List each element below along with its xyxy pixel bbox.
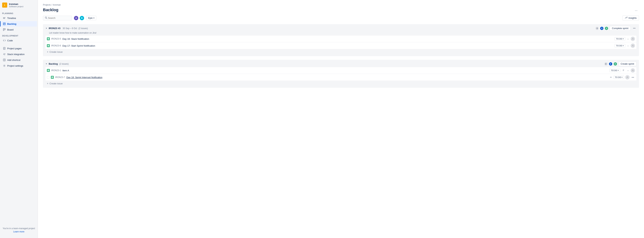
sprint-header: ▼ IRON23 #3 30 Sep – 6 Oct (2 issues) 0 … bbox=[46, 26, 636, 31]
sprint-issue-actions-1: TO DO ▾ – bbox=[614, 37, 635, 41]
header-more-button[interactable]: ... bbox=[633, 7, 639, 13]
add-shortcut-label: Add shortcut bbox=[7, 59, 20, 61]
backlog-issue-checkbox-2[interactable] bbox=[47, 76, 50, 79]
sidebar-item-backlog[interactable]: Backlog bbox=[1, 21, 37, 27]
backlog-issue-row-1[interactable]: IRON23-1 Item A TO DO ▾ – bbox=[46, 67, 636, 74]
insights-label: Insights bbox=[628, 17, 636, 19]
sprint-issue-assignee-1[interactable] bbox=[631, 37, 635, 41]
svg-line-26 bbox=[46, 18, 47, 19]
project-icon: I bbox=[2, 3, 7, 8]
svg-point-14 bbox=[4, 55, 5, 55]
backlog-issue-status-2[interactable]: TO DO ▾ bbox=[613, 76, 624, 79]
backlog-header: ▼ Backlog (2 issues) 0 0 0 Create sprint bbox=[46, 62, 636, 66]
sidebar-item-add-shortcut[interactable]: Add shortcut bbox=[1, 57, 37, 63]
sprint-issue-actions-2: TO DO ▾ – bbox=[614, 44, 635, 48]
avatar-user-2[interactable]: B bbox=[79, 16, 84, 21]
backlog-header-left: ▼ Backlog (2 issues) bbox=[46, 63, 69, 65]
project-type: Software project bbox=[9, 6, 23, 8]
backlog-issue-actions-2: TO DO ▾ ••• bbox=[613, 75, 635, 79]
epic-filter-button[interactable]: Epic ▾ bbox=[86, 16, 96, 20]
sprint-name: IRON23 #3 bbox=[49, 27, 60, 30]
epic-filter-label: Epic bbox=[88, 17, 93, 19]
breadcrumb: Projects / Ironman bbox=[43, 4, 639, 6]
sprint-section: ▼ IRON23 #3 30 Sep – 6 Oct (2 issues) 0 … bbox=[43, 24, 639, 56]
backlog-issue-status-1[interactable]: TO DO ▾ bbox=[609, 69, 620, 72]
board-label: Board bbox=[7, 28, 14, 31]
backlog-issue-summary-2[interactable]: Day 18: Sprint Interrupt Notfication bbox=[66, 76, 608, 79]
backlog-create-issue-label: Create issue bbox=[50, 82, 62, 85]
sprint-header-left: ▼ IRON23 #3 30 Sep – 6 Oct (2 issues) bbox=[46, 27, 88, 30]
backlog-issue-minus-1[interactable]: – bbox=[626, 69, 630, 72]
sprint-issue-status-1[interactable]: TO DO ▾ bbox=[614, 37, 626, 41]
sprint-todo-badge: 0 bbox=[596, 27, 599, 30]
sprint-issue-count: (2 issues) bbox=[78, 27, 88, 30]
pages-icon bbox=[3, 47, 6, 50]
sprint-issue-id-2: IRON23-6 bbox=[51, 45, 61, 47]
sprint-issue-row-1[interactable]: IRON23-5 Day 16: Slack Notification TO D… bbox=[46, 36, 636, 42]
insights-button[interactable]: Insights bbox=[622, 15, 639, 21]
edit-icon[interactable]: ✏ bbox=[610, 76, 612, 79]
sprint-collapse-toggle[interactable]: ▼ bbox=[46, 27, 47, 29]
board-icon bbox=[3, 28, 6, 31]
backlog-icon bbox=[3, 22, 6, 25]
backlog-issue-assign-1[interactable] bbox=[622, 69, 626, 72]
svg-rect-7 bbox=[3, 29, 4, 31]
sprint-issue-summary-1: Day 16: Slack Notification bbox=[62, 38, 613, 40]
sprint-issue-row-2[interactable]: IRON23-6 Day 17: Start Sprint Notificati… bbox=[46, 43, 636, 49]
breadcrumb-ironman[interactable]: Ironman bbox=[53, 4, 61, 6]
code-icon bbox=[3, 39, 6, 42]
timeline-label: Timeline bbox=[7, 17, 16, 20]
backlog-issue-assignee-1[interactable] bbox=[631, 68, 635, 73]
sprint-dates: 30 Sep – 6 Oct bbox=[62, 27, 77, 30]
avatar-user-1[interactable]: A bbox=[74, 16, 79, 21]
project-pages-label: Project pages bbox=[7, 47, 22, 50]
development-section-label: Development bbox=[0, 33, 38, 38]
avatar-group: A B bbox=[74, 16, 84, 21]
svg-point-13 bbox=[4, 53, 4, 54]
sprint-create-issue[interactable]: + Create issue bbox=[46, 49, 636, 54]
backlog-create-issue[interactable]: + Create issue bbox=[46, 81, 636, 86]
svg-rect-8 bbox=[4, 29, 6, 30]
svg-point-30 bbox=[632, 45, 633, 46]
sprint-issue-minus-1[interactable]: – bbox=[626, 37, 630, 41]
backlog-story-icon-2 bbox=[51, 76, 54, 79]
project-name: Ironman bbox=[9, 3, 23, 6]
backlog-collapse-toggle[interactable]: ▼ bbox=[46, 63, 47, 65]
sidebar-item-project-pages[interactable]: Project pages bbox=[1, 46, 37, 51]
learn-more-link[interactable]: Learn more bbox=[2, 230, 36, 233]
sprint-issue-status-2[interactable]: TO DO ▾ bbox=[614, 44, 626, 47]
story-icon-2 bbox=[47, 44, 50, 47]
svg-point-28 bbox=[632, 38, 633, 39]
svg-point-32 bbox=[632, 70, 633, 71]
sidebar: I Ironman Software project Planning Time… bbox=[0, 0, 38, 238]
sprint-create-issue-plus-icon: + bbox=[47, 50, 48, 53]
sprint-issue-minus-2[interactable]: – bbox=[626, 44, 630, 48]
backlog-issue-more-2[interactable]: ••• bbox=[631, 76, 635, 79]
team-managed-text: You're in a team-managed project bbox=[2, 227, 36, 230]
create-sprint-button[interactable]: Create sprint bbox=[618, 62, 636, 66]
backlog-label: Backlog bbox=[7, 23, 16, 25]
sidebar-item-slack-integration[interactable]: Slack integration bbox=[1, 52, 37, 57]
backlog-status-chevron-1: ▾ bbox=[618, 70, 619, 71]
sprint-issue-assignee-2[interactable] bbox=[631, 44, 635, 48]
status-chevron-icon-2: ▾ bbox=[623, 45, 624, 47]
backlog-issue-row-2[interactable]: IRON23-7 Day 18: Sprint Interrupt Notfic… bbox=[46, 74, 636, 81]
backlog-inprogress-badge: 0 bbox=[609, 62, 612, 66]
sidebar-item-project-settings[interactable]: Project settings bbox=[1, 63, 37, 68]
backlog-status-chevron-2: ▾ bbox=[622, 76, 622, 78]
status-chevron-icon: ▾ bbox=[623, 38, 624, 40]
page-header: Backlog ... bbox=[43, 7, 639, 13]
complete-sprint-button[interactable]: Complete sprint bbox=[610, 26, 631, 31]
search-box[interactable] bbox=[43, 16, 72, 21]
backlog-issue-assignee-2[interactable] bbox=[625, 75, 630, 79]
add-shortcut-icon bbox=[3, 59, 6, 61]
breadcrumb-projects[interactable]: Projects bbox=[43, 4, 51, 6]
search-input[interactable] bbox=[48, 17, 70, 19]
sidebar-item-board[interactable]: Board bbox=[1, 27, 37, 32]
search-icon bbox=[45, 17, 47, 20]
sprint-more-button[interactable]: ••• bbox=[632, 27, 636, 30]
sidebar-item-timeline[interactable]: Timeline bbox=[1, 15, 37, 21]
main-content: Projects / Ironman Backlog ... A B Epic … bbox=[38, 0, 644, 238]
backlog-section: ▼ Backlog (2 issues) 0 0 0 Create sprint… bbox=[43, 60, 639, 88]
sidebar-item-code[interactable]: Code bbox=[1, 38, 37, 43]
